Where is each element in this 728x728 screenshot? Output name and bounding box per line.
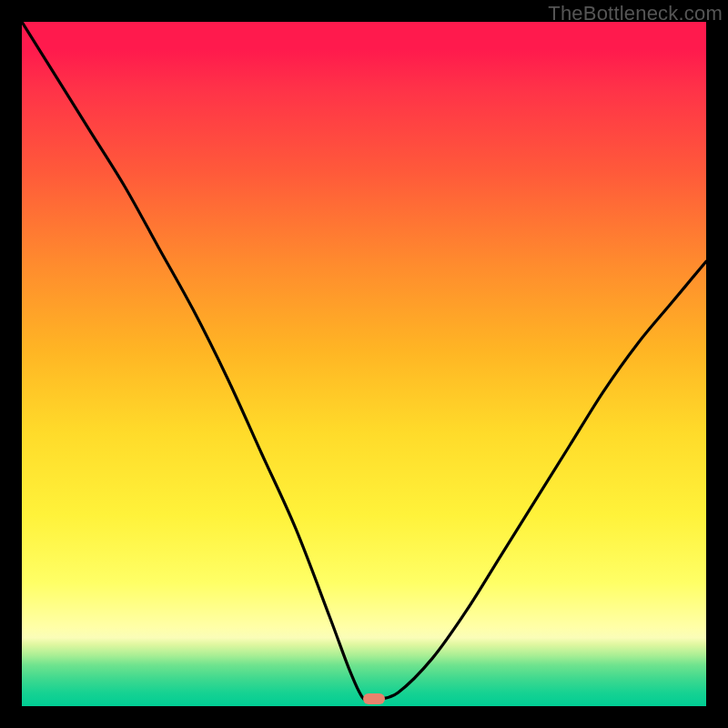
plot-area bbox=[22, 22, 706, 706]
watermark-text: TheBottleneck.com bbox=[548, 2, 723, 25]
chart-frame: TheBottleneck.com bbox=[0, 0, 728, 728]
optimal-point-marker bbox=[363, 693, 385, 704]
bottleneck-curve bbox=[22, 22, 706, 706]
